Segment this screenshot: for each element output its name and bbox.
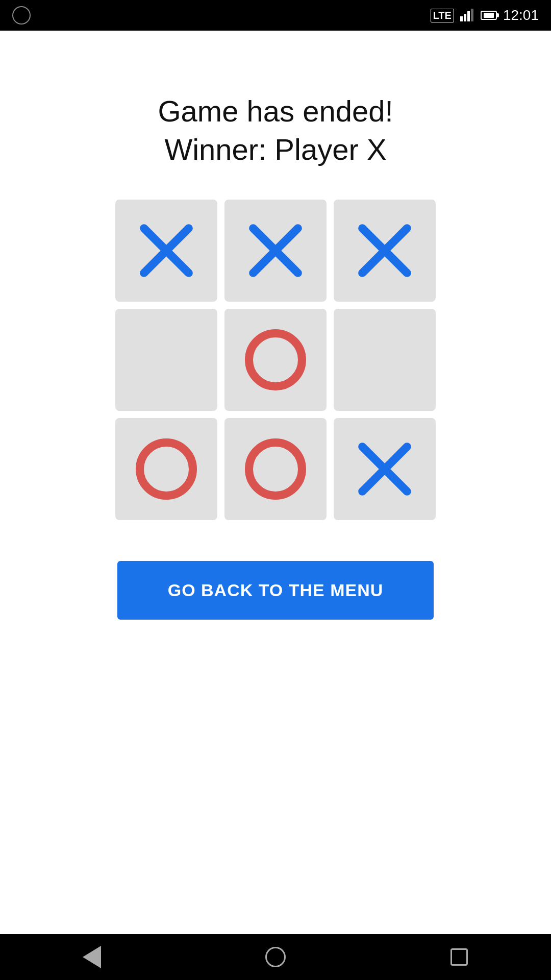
game-result-line1: Game has ended!	[158, 94, 393, 128]
home-circle-icon	[265, 947, 286, 967]
game-board	[115, 200, 436, 520]
cell-3[interactable]	[115, 309, 217, 411]
cell-7[interactable]	[224, 418, 327, 520]
game-result-line2: Winner: Player X	[164, 133, 386, 166]
cell-8[interactable]	[334, 418, 436, 520]
svg-rect-0	[460, 16, 463, 21]
cell-1[interactable]	[224, 200, 327, 302]
x-mark-icon	[245, 220, 306, 281]
x-mark-icon	[354, 220, 415, 281]
main-content: Game has ended! Winner: Player X GO BACK…	[0, 31, 551, 934]
svg-rect-2	[467, 11, 470, 21]
status-left	[12, 6, 31, 24]
battery-icon	[481, 11, 497, 20]
status-right: LTE 12:01	[431, 7, 539, 23]
lte-badge: LTE	[431, 9, 454, 22]
recents-square-icon	[450, 948, 468, 966]
back-arrow-icon	[83, 946, 101, 968]
signal-icon	[460, 8, 474, 22]
cell-0[interactable]	[115, 200, 217, 302]
recents-button[interactable]	[441, 939, 477, 975]
x-mark-icon	[136, 220, 197, 281]
cell-5[interactable]	[334, 309, 436, 411]
home-button[interactable]	[258, 939, 293, 975]
svg-rect-1	[464, 14, 466, 21]
cell-2[interactable]	[334, 200, 436, 302]
svg-rect-3	[471, 9, 473, 21]
o-mark-icon	[136, 438, 197, 500]
status-bar: LTE 12:01	[0, 0, 551, 31]
status-circle-icon	[12, 6, 31, 24]
game-result-title: Game has ended! Winner: Player X	[158, 92, 393, 169]
back-button[interactable]	[74, 939, 110, 975]
go-back-to-menu-button[interactable]: GO BACK TO THE MENU	[117, 561, 434, 620]
cell-6[interactable]	[115, 418, 217, 520]
bottom-nav-bar	[0, 934, 551, 980]
o-mark-icon	[245, 329, 306, 390]
cell-4[interactable]	[224, 309, 327, 411]
status-time: 12:01	[503, 7, 539, 23]
x-mark-icon	[354, 438, 415, 500]
o-mark-icon	[245, 438, 306, 500]
